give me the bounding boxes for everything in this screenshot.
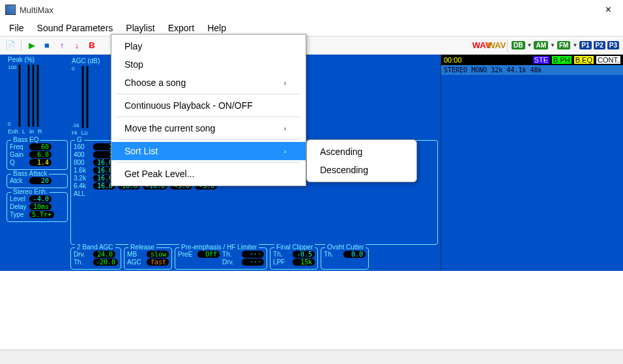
q-value[interactable]: 1.4 (29, 159, 51, 166)
close-button[interactable]: × (599, 1, 618, 18)
playlist-continuous[interactable]: Continuous Playback - ON/OFF (111, 96, 306, 115)
final-clipper-group: Final Clipper Th.-0.5 LPF15k (270, 247, 318, 270)
sort-ascending-label: Ascending (320, 147, 362, 157)
separator (117, 139, 300, 140)
g-row-6-4k: 6.4k (74, 182, 91, 189)
sort-ascending[interactable]: Ascending (307, 143, 416, 161)
type-value[interactable]: 5.Tr+ (29, 211, 54, 218)
wav-button-1[interactable]: WAV (475, 39, 488, 52)
sort-descending-label: Descending (320, 165, 368, 175)
bass-eq-group: Bass EQ Freq60 Gain6.0 Q1.4 (7, 140, 68, 170)
menu-playlist[interactable]: Playlist (119, 21, 161, 35)
player-time: 00:00 (444, 56, 462, 64)
p3-badge[interactable]: P3 (607, 41, 619, 49)
level-value[interactable]: -4.0 (29, 195, 51, 203)
p1-badge[interactable]: P1 (579, 41, 591, 49)
b-button[interactable]: B (85, 39, 98, 52)
playlist-play[interactable]: Play (111, 37, 306, 55)
wav-button-2[interactable]: WAV (490, 39, 503, 52)
ov-th-label: Th. (324, 251, 341, 258)
gain-value[interactable]: 6.0 (29, 151, 51, 158)
chevron-down-icon[interactable]: ▼ (527, 42, 532, 48)
agc-drv-label: Drv. (74, 251, 91, 258)
sort-descending[interactable]: Descending (307, 161, 416, 179)
menu-help[interactable]: Help (201, 21, 233, 35)
app-icon (5, 5, 16, 15)
agc-th-value[interactable]: -20.0 (93, 259, 118, 266)
stereo-enh-title: Stereo Enh. (11, 188, 50, 195)
bass-attack-title: Bass Attack (11, 170, 49, 177)
atck-value[interactable]: 20 (29, 177, 51, 184)
fc-lpf-value[interactable]: 15k (293, 259, 315, 266)
playlist-sort[interactable]: Sort List› (111, 142, 306, 160)
beq-badge[interactable]: B.EQ (574, 56, 594, 64)
stereo-enh-group: Stereo Enh. Level-4.0 Delay10ms Type5.Tr… (7, 192, 68, 222)
ov-th-value[interactable]: 0.0 (343, 251, 366, 258)
delay-value[interactable]: 10ms (29, 203, 51, 210)
play-button[interactable]: ▶ (25, 39, 38, 52)
ovsht-cutter-group: Ovsht Cutter Th.0.0 (321, 247, 369, 270)
fc-lpf-label: LPF (273, 259, 290, 266)
playlist-stop[interactable]: Stop (111, 55, 306, 74)
stop-button[interactable]: ■ (40, 39, 53, 52)
pre-th-value[interactable]: ··· (242, 251, 264, 258)
level-meters: Peak (%) 100 0 Enh L in R (7, 55, 68, 136)
player-panel: 00:00 STE B.PH B.EQ CONT. STEREO MONO 32… (441, 55, 623, 271)
menu-export[interactable]: Export (162, 21, 201, 35)
chevron-down-icon[interactable]: ▼ (572, 42, 577, 48)
meter-label-enh: Enh (8, 128, 18, 135)
db-badge[interactable]: DB (512, 41, 525, 49)
fm-badge[interactable]: FM (557, 41, 570, 49)
player-sub-header[interactable]: STEREO MONO 32k 44.1k 48k (441, 65, 623, 75)
playlist-choose[interactable]: Choose a song› (111, 74, 306, 92)
pre-th-label: Th. (222, 251, 239, 258)
two-band-agc-title: 2 Band AGC (75, 244, 115, 251)
scale-0: 0 (8, 121, 16, 127)
p2-badge[interactable]: P2 (594, 41, 605, 49)
down-button[interactable]: ↓ (70, 39, 83, 52)
new-button[interactable]: 📄 (4, 39, 17, 52)
fc-th-value[interactable]: -0.5 (293, 251, 315, 258)
gain-label: Gain (10, 151, 27, 158)
playlist-play-label: Play (124, 41, 142, 51)
preemph-title: Pre-emphasis / HF Limiter (179, 244, 259, 251)
preemph-group: Pre-emphasis / HF Limiter PreEOff Th.···… (175, 247, 267, 270)
g-row-800: 800 (74, 159, 91, 166)
release-group: Release MBslow AGCfast (124, 247, 172, 270)
g-row-160: 160 (74, 143, 91, 150)
bph-badge[interactable]: B.PH (552, 56, 572, 64)
mb-label: MB (127, 251, 144, 258)
g-row-3-2k: 3.2k (74, 175, 91, 182)
ste-badge[interactable]: STE (533, 56, 549, 64)
meter-enh (18, 64, 21, 127)
up-button[interactable]: ↑ (55, 39, 68, 52)
title-bar: MultiMax × (0, 0, 623, 20)
bass-attack-group: Bass Attack Atck20 (7, 174, 68, 188)
menu-sound-parameters[interactable]: Sound Parameters (31, 21, 120, 35)
agc-scale-bot: -16 (72, 122, 80, 128)
playlist-move[interactable]: Move the current song› (111, 119, 306, 137)
meter-label-in: in (29, 128, 34, 135)
agc-scale-top: 0 (72, 66, 80, 72)
freq-value[interactable]: 60 (29, 143, 51, 150)
meter-label-lo: Lo (81, 130, 88, 136)
pree-value[interactable]: Off (197, 251, 220, 258)
menu-file[interactable]: File (3, 21, 31, 35)
cont-badge[interactable]: CONT. (596, 56, 620, 64)
agc-rel-label: AGC (127, 259, 144, 266)
meter-r (36, 64, 39, 127)
final-clipper-title: Final Clipper (274, 244, 315, 251)
am-badge[interactable]: AM (534, 41, 548, 49)
agc-drv-value[interactable]: 24.0 (93, 251, 115, 258)
agc-rel-value[interactable]: fast (147, 259, 169, 266)
atck-label: Atck (10, 177, 27, 184)
chevron-down-icon[interactable]: ▼ (550, 42, 555, 48)
playlist-peak-label: Get Peak Level... (124, 169, 194, 179)
mb-value[interactable]: slow (147, 251, 169, 258)
window-title: MultiMax (20, 5, 599, 15)
meter-label-l: L (22, 128, 25, 135)
pre-drv-value[interactable]: ··· (242, 259, 264, 266)
playlist-peak[interactable]: Get Peak Level... (111, 165, 306, 183)
agc-meters: AGC (dB) 0 -16 Hi Lo (70, 56, 107, 137)
pre-drv-label: Drv. (222, 259, 239, 266)
